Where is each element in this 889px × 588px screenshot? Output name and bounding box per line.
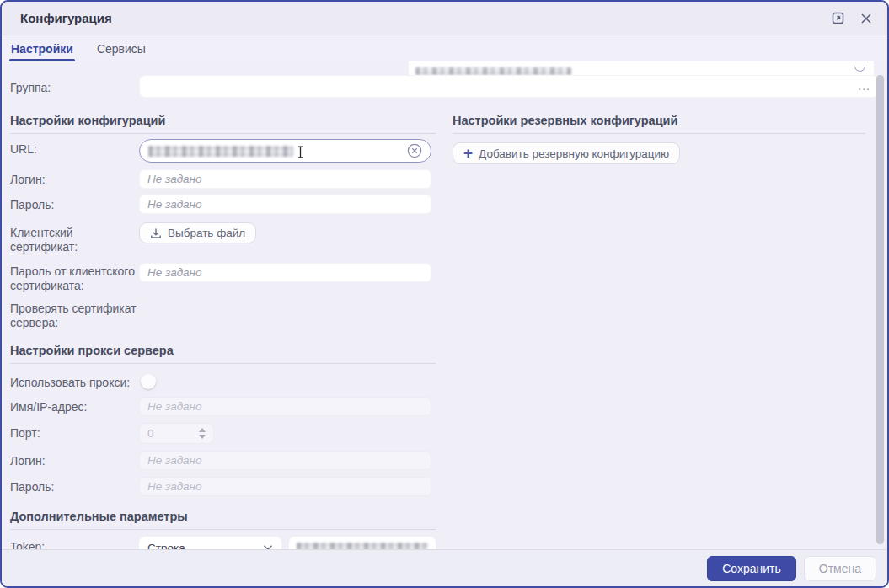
tab-settings[interactable]: Настройки xyxy=(10,39,74,61)
add-backup-config-label: Добавить резервную конфигурацию xyxy=(479,147,669,160)
proxy-host-label: Имя/IP-адрес: xyxy=(10,397,139,414)
stepper-down-icon xyxy=(199,435,206,439)
proxy-login-input xyxy=(139,451,431,470)
password-row: Пароль: xyxy=(10,195,436,214)
maximize-button[interactable] xyxy=(828,9,847,28)
proxy-section-title: Настройки прокси сервера xyxy=(10,344,436,364)
proxy-password-label: Пароль: xyxy=(10,477,139,494)
proxy-login-row: Логин: xyxy=(10,451,436,470)
proxy-host-input xyxy=(139,397,431,416)
client-cert-row: Клиентский сертификат: Выбрать файл xyxy=(10,222,436,254)
verify-cert-row: Проверять сертификат сервера: xyxy=(10,298,436,330)
token-type-value: Строка xyxy=(147,542,185,550)
configuration-dialog: Конфигурация Настройки Сервисы xyxy=(0,0,889,588)
proxy-port-input: 0 xyxy=(139,423,214,444)
redacted-value xyxy=(297,543,428,550)
left-column: Настройки конфигураций URL: xyxy=(10,98,436,549)
cert-password-input[interactable] xyxy=(139,263,431,282)
right-column: Настройки резервных конфигураций + Добав… xyxy=(453,98,865,549)
login-input[interactable] xyxy=(139,169,431,189)
proxy-password-row: Пароль: xyxy=(10,477,436,496)
cert-password-row: Пароль от клиентского сертификата: xyxy=(10,261,436,293)
clear-url-icon[interactable] xyxy=(407,143,422,158)
download-icon xyxy=(150,227,162,239)
verify-cert-checkbox[interactable] xyxy=(139,297,141,313)
client-cert-label: Клиентский сертификат: xyxy=(10,222,139,254)
text-cursor xyxy=(297,146,304,162)
extra-section-title: Дополнительные параметры xyxy=(10,510,436,530)
save-button[interactable]: Сохранить xyxy=(707,556,796,581)
password-input[interactable] xyxy=(139,195,431,214)
login-label: Логин: xyxy=(10,169,139,187)
token-label: Token: xyxy=(10,537,139,549)
proxy-port-label: Порт: xyxy=(10,423,139,441)
use-proxy-row: Использовать прокси: xyxy=(10,372,436,390)
proxy-port-value: 0 xyxy=(147,427,154,440)
toggle-knob xyxy=(141,374,156,389)
verify-cert-label: Проверять сертификат сервера: xyxy=(10,298,139,330)
choose-file-label: Выбрать файл xyxy=(168,227,245,239)
stepper-up-icon xyxy=(199,428,206,432)
url-input[interactable] xyxy=(139,139,431,163)
cancel-button[interactable]: Отмена xyxy=(804,556,876,581)
close-icon xyxy=(860,13,872,24)
redacted-value xyxy=(415,67,571,75)
url-label: URL: xyxy=(10,139,139,157)
redacted-value xyxy=(148,146,293,157)
plus-icon: + xyxy=(463,145,473,161)
maximize-icon xyxy=(831,11,845,25)
chevron-down-icon xyxy=(263,544,273,549)
titlebar: Конфигурация xyxy=(2,2,887,35)
url-row: URL: xyxy=(10,139,436,163)
proxy-host-row: Имя/IP-адрес: xyxy=(10,397,436,416)
group-label: Группа: xyxy=(10,78,139,95)
port-stepper[interactable] xyxy=(199,428,206,439)
proxy-port-row: Порт: 0 xyxy=(10,423,436,444)
truncated-field-icon xyxy=(854,67,867,75)
vertical-scrollbar[interactable] xyxy=(876,75,884,544)
proxy-password-input xyxy=(139,477,431,496)
cert-password-label: Пароль от клиентского сертификата: xyxy=(10,261,139,293)
close-button[interactable] xyxy=(857,9,876,28)
proxy-login-label: Логин: xyxy=(10,451,139,468)
token-type-select[interactable]: Строка xyxy=(139,537,281,549)
add-backup-config-button[interactable]: + Добавить резервную конфигурацию xyxy=(453,142,680,164)
use-proxy-label: Использовать прокси: xyxy=(10,372,139,390)
token-row: Token: Строка xyxy=(10,537,436,549)
window-controls xyxy=(828,9,876,28)
dialog-title: Конфигурация xyxy=(20,11,112,25)
group-more-button[interactable]: ... xyxy=(858,79,870,91)
tab-services[interactable]: Сервисы xyxy=(96,39,147,61)
dialog-content: Группа: ... Настройки конфигураций URL: xyxy=(2,61,887,549)
config-section-title: Настройки конфигураций xyxy=(10,114,436,134)
password-label: Пароль: xyxy=(10,195,139,212)
choose-file-button[interactable]: Выбрать файл xyxy=(139,222,256,243)
backup-section-title: Настройки резервных конфигураций xyxy=(453,114,865,134)
login-row: Логин: xyxy=(10,169,436,189)
token-value-input[interactable] xyxy=(289,537,436,549)
group-input[interactable] xyxy=(139,75,879,98)
dialog-footer: Сохранить Отмена xyxy=(2,549,887,586)
group-row: Группа: ... xyxy=(10,75,879,98)
tab-bar: Настройки Сервисы xyxy=(2,35,887,61)
